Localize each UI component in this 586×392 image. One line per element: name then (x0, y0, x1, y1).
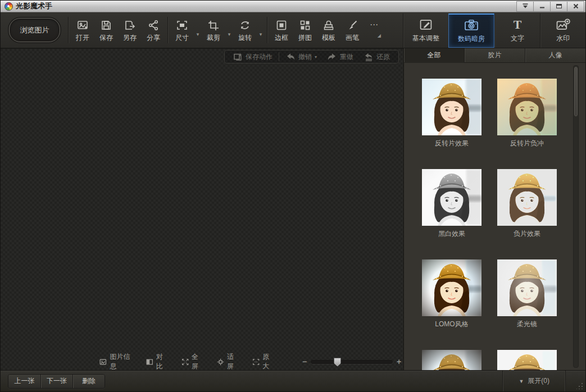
zoom-out-button[interactable]: − (300, 357, 309, 366)
filter-thumbnail[interactable] (422, 259, 481, 316)
panel-scrollbar-thumb[interactable] (574, 67, 578, 116)
filter-thumbnail[interactable] (497, 79, 557, 135)
actual-size-label: 原大 (262, 352, 273, 371)
tab-watermark-label: 水印 (556, 34, 570, 43)
maximize-icon (556, 4, 562, 8)
close-button[interactable] (567, 1, 584, 12)
tab-text[interactable]: T 文字 (494, 13, 540, 48)
save-button[interactable]: 保存 (94, 12, 118, 48)
resize-dropdown-arrow[interactable]: ▾ (194, 12, 202, 48)
resize-button[interactable]: 尺寸 (170, 12, 194, 48)
previous-image-button[interactable]: 上一张 (8, 375, 40, 388)
expand-tray-button[interactable]: ▼ 展开(0) (502, 371, 566, 391)
zoom-in-button[interactable]: + (394, 357, 403, 366)
filter-thumbnail[interactable] (422, 169, 481, 226)
restore-button[interactable]: 还原 (358, 52, 395, 62)
actual-size-button[interactable]: 原大 (252, 352, 273, 371)
filter-item[interactable]: 柔光镜 (497, 259, 557, 328)
portrait-photo (422, 350, 481, 370)
filter-label: 反转片效果 (422, 139, 481, 147)
skin-menu-button[interactable] (516, 1, 534, 12)
save-action-button[interactable]: 保存动作 (228, 52, 278, 62)
undo-icon (285, 52, 296, 61)
tab-digital-darkroom[interactable]: 数码暗房 (448, 13, 494, 48)
compare-button[interactable]: 对比 (146, 352, 167, 371)
rotate-label: 旋转 (238, 33, 252, 43)
filter-thumbnail[interactable] (497, 259, 557, 316)
share-icon (147, 20, 160, 31)
crop-dropdown-arrow[interactable]: ▾ (225, 12, 233, 48)
panel-tab-film[interactable]: 胶片 (464, 48, 525, 63)
filter-item[interactable]: LOMO风格 (422, 259, 481, 328)
save-label: 保存 (99, 33, 113, 43)
image-canvas[interactable] (1, 65, 403, 353)
panel-tab-all[interactable]: 全部 (404, 48, 464, 63)
collage-button[interactable]: 拼图 (293, 12, 317, 48)
next-image-button[interactable]: 下一张 (40, 375, 72, 388)
portrait-photo (497, 169, 557, 226)
redo-button[interactable]: 重做 (322, 52, 358, 62)
filter-thumbnail[interactable] (497, 350, 557, 370)
open-label: 打开 (76, 33, 89, 43)
undo-button[interactable]: 撤销 ▾ (280, 52, 322, 62)
fit-screen-button[interactable]: 适屏 (217, 352, 238, 371)
save-as-label: 另存 (123, 33, 137, 43)
filter-item[interactable] (422, 350, 481, 370)
more-tools-button[interactable]: ⋯ ◢ (364, 12, 384, 48)
mode-tabs: 基本调整 数码暗房 T 文字 水印 (403, 13, 585, 48)
tab-basic-adjust[interactable]: 基本调整 (403, 13, 448, 48)
zoom-slider[interactable] (311, 360, 393, 364)
filter-thumbnail[interactable] (497, 169, 557, 226)
filter-item[interactable]: 负片效果 (497, 169, 557, 238)
canvas-header: 保存动作 撤销 ▾ 重做 还原 (1, 49, 403, 65)
maximize-button[interactable] (550, 1, 567, 12)
zoom-slider-thumb[interactable] (334, 358, 341, 367)
panel-scrollbar[interactable] (573, 65, 579, 368)
panel-tab-portrait[interactable]: 人像 (525, 48, 585, 63)
camera-icon (464, 19, 479, 31)
open-button[interactable]: 打开 (71, 12, 94, 48)
undo-dropdown-arrow[interactable]: ▾ (315, 54, 317, 60)
compare-label: 对比 (156, 352, 167, 371)
collage-icon (299, 20, 311, 31)
template-button[interactable]: 模板 (317, 12, 340, 48)
actual-size-icon (252, 358, 260, 366)
fullscreen-button[interactable]: 全屏 (181, 352, 202, 371)
share-button[interactable]: 分享 (142, 12, 165, 48)
undo-label: 撤销 (298, 52, 312, 62)
filter-item[interactable] (497, 350, 557, 370)
minimize-icon (539, 3, 545, 9)
canvas-footer: 图片信息 对比 全屏 适屏 原大 (1, 353, 403, 370)
filter-label: LOMO风格 (422, 320, 481, 328)
close-icon (573, 3, 579, 9)
basic-adjust-icon (419, 18, 433, 31)
minimize-button[interactable] (533, 1, 551, 12)
tab-text-label: 文字 (511, 34, 524, 43)
save-as-button[interactable]: 另存 (118, 12, 142, 48)
filter-item[interactable]: 反转片负冲 (497, 79, 557, 147)
filter-label: 负片效果 (497, 229, 557, 238)
browse-images-button[interactable]: 浏览图片 (9, 18, 60, 42)
rotate-button[interactable]: 旋转 (233, 12, 257, 48)
brush-button[interactable]: 画笔 (340, 12, 364, 48)
resize-grip[interactable] (576, 382, 583, 389)
save-icon (100, 20, 112, 31)
filter-label: 柔光镜 (497, 320, 557, 328)
filter-thumbnail[interactable] (422, 79, 481, 135)
tab-watermark[interactable]: 水印 (540, 13, 585, 48)
rotate-dropdown-arrow[interactable]: ▾ (257, 12, 265, 48)
crop-label: 裁剪 (207, 33, 220, 43)
delete-image-button[interactable]: 删除 (72, 375, 105, 388)
filter-thumbnail[interactable] (422, 350, 481, 370)
crop-button[interactable]: 裁剪 (202, 12, 225, 48)
filter-label: 反转片负冲 (497, 139, 557, 147)
filter-item[interactable]: 黑白效果 (422, 169, 481, 238)
window-controls (517, 1, 584, 12)
crop-icon (207, 20, 220, 31)
image-info-button[interactable]: 图片信息 (99, 352, 131, 371)
border-button[interactable]: 边框 (270, 12, 293, 48)
brush-icon (346, 20, 358, 31)
statusbar: 上一张 下一张 删除 ▼ 展开(0) (1, 370, 585, 391)
watermark-icon (556, 18, 570, 31)
filter-item[interactable]: 反转片效果 (422, 79, 481, 147)
